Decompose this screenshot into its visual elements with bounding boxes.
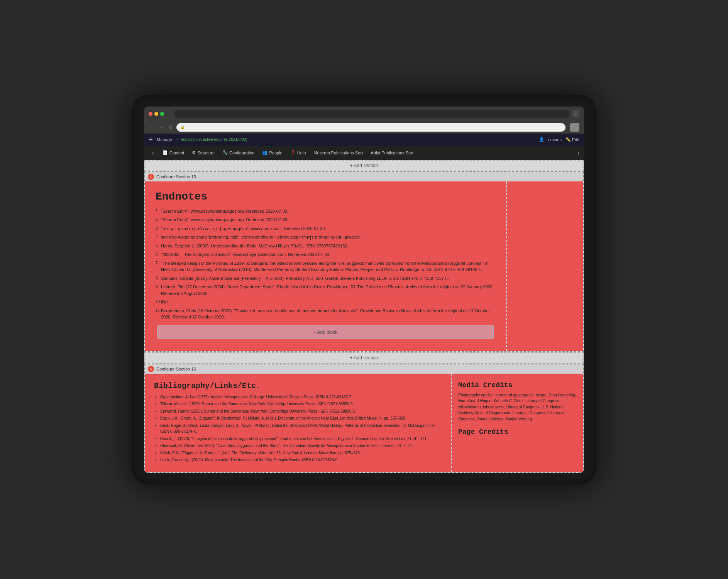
list-item: 6"MS 2063 – The Schoyen Collection". www… [156,251,495,258]
list-item: Killick, R.G. "Ziggurat". In Turner, J. … [160,450,442,456]
nav-home[interactable]: ⌂ [149,146,158,160]
ref-num: 7 [156,260,158,266]
list-item: Crawford, Harriet (1993). Sumer and the … [160,408,442,415]
ref-num: 1 [156,208,158,214]
list-item: 8Samuels, Charlie (2010). Ancient Scienc… [156,275,495,282]
traffic-lights [149,112,164,116]
configuration-icon: 🔧 [222,150,228,155]
minimize-button[interactable] [154,112,158,116]
ref-num: 3 [156,225,158,231]
ref-num: 5 [156,243,158,249]
user-icon: 👤 [539,137,544,142]
close-button[interactable] [149,112,152,116]
extension-button[interactable] [570,123,579,132]
list-item: Chadwick, R. (November 1992). "Calendars… [160,443,442,449]
list-item: 11Bergenheim, Chris (16 October 2020). "… [156,308,495,320]
list-item: Beck, Roger B.; Black, Linda; Krieger, L… [160,423,442,435]
media-credits-text: Photography credits, in order of appeara… [458,392,577,422]
cms-user: 👤 cevans ✏️ Edit [539,137,579,142]
add-section-middle-link[interactable]: + Add section [350,355,378,361]
bibliography-list: Oppenheimer, A. Leo (1977). Ancient Meso… [154,394,442,463]
nav-configuration[interactable]: 🔧 Configuration [219,146,257,160]
add-section-top-link[interactable]: + Add section [350,163,378,168]
cms-topbar: ☰ Manage ✓ Subscription active (expires … [144,134,584,146]
nav-artist-pub-sort[interactable]: Artist Publications Sort [367,146,416,160]
page-credits-title: Page Credits [458,428,577,436]
section-15-content: Endnotes 1"Search Entry". www.assyrianla… [145,181,583,351]
structure-icon: ⚙ [192,150,196,155]
people-icon: 👥 [262,150,267,155]
section-16-content: Bibliography/Links/Etc. Oppenheimer, A. … [145,374,583,472]
section-16-close-button[interactable]: × [148,366,154,372]
url-bar[interactable]: 🔒 [176,123,565,132]
list-item: 9Lehnert, Tim (17 December 2004). "Apex … [156,284,495,296]
username-label: cevans [548,137,562,142]
refresh-button[interactable]: ↻ [167,124,174,131]
maximize-button[interactable] [160,112,164,116]
section-15-sidebar [506,181,583,351]
address-bar [175,110,569,118]
list-item: 10ibid. [156,299,495,305]
list-item: Tillison, Malachi (1993). Sumer and the … [160,401,442,407]
pencil-icon: ✏️ [565,137,571,142]
add-section-top-bar[interactable]: + Add section [144,160,584,171]
list-item: 2"Search Entry". www.assyrianlanguages.o… [156,217,495,223]
content-area: + Add section × Configure Section 15 End… [144,160,584,473]
list-item: 1"Search Entry". www.assyrianlanguages.o… [156,208,495,215]
section-15-main: Endnotes 1"Search Entry". www.assyrianla… [145,181,506,351]
check-icon: ✓ [176,137,179,142]
list-item: Busink, T. (1970). "L'origine et évoluti… [160,436,442,442]
media-credits-title: Media Credits [458,381,577,389]
nav-help[interactable]: ❓ Help [287,146,309,160]
ref-num: 6 [156,251,158,257]
sort-icon: ↕ [577,151,580,155]
section-15-close-button[interactable]: × [148,174,154,180]
content-icon: 📄 [163,150,168,155]
edit-button[interactable]: ✏️ Edit [565,137,579,142]
list-item: 4see also Akkadian zaqru 'protruding, hi… [156,234,495,240]
endnotes-list: 1"Search Entry". www.assyrianlanguages.o… [156,208,495,320]
list-item: 5Harris, Stephen L. (2002). Understandin… [156,243,495,249]
section-16-right: Media Credits Photography credits, in or… [452,374,583,472]
list-item: Black, J.A.; Green, A. "Ziggurat". In Bi… [160,415,442,422]
nav-right-icon: ↕ [577,151,580,155]
ref-num: 10 [156,299,160,305]
nav-people[interactable]: 👥 People [259,146,285,160]
list-item: Oppenheimer, A. Leo (1977). Ancient Meso… [160,394,442,400]
ref-num: 9 [156,284,158,290]
section-15-wrapper: × Configure Section 15 Endnotes 1"Search… [144,171,584,352]
subscription-badge: ✓ Subscription active (expires 2021/6/30… [176,137,247,142]
list-item: Leick, Gwendolyn (2002). Mesopotamia: Th… [160,457,442,463]
nav-structure[interactable]: ⚙ Structure [189,146,218,160]
home-icon: ⌂ [152,150,155,156]
forward-button[interactable]: › [158,124,165,131]
section-16-wrapper: × Configure Section 16 Bibliography/Link… [144,364,584,473]
section-15-configure-link[interactable]: Configure Section 15 [156,174,196,179]
ref-num: 8 [156,275,158,281]
back-button[interactable]: ‹ [149,124,156,131]
lock-icon: 🔒 [180,125,185,129]
add-block-bar[interactable]: + Add block [157,325,494,339]
section-16-left: Bibliography/Links/Etc. Oppenheimer, A. … [145,374,452,472]
section-15-config-bar: × Configure Section 15 [145,172,583,181]
bibliography-title: Bibliography/Links/Etc. [154,381,442,390]
section-16-config-bar: × Configure Section 16 [145,364,583,374]
ref-num: 2 [156,217,158,222]
manage-label[interactable]: Manage [157,137,172,142]
help-icon: ❓ [290,150,296,155]
hamburger-icon[interactable]: ☰ [149,137,153,142]
nav-content[interactable]: 📄 Content [159,146,188,160]
ref-num: 11 [156,308,160,313]
main-nav: ⌂ 📄 Content ⚙ Structure 🔧 Configuration … [144,146,584,160]
list-item: 7"The stepped design of the Pyramid of Z… [156,260,495,273]
nav-museum-pub-sort[interactable]: Museum Publications Sort [310,146,366,160]
add-block-link[interactable]: + Add block [313,330,337,335]
section-16-configure-link[interactable]: Configure Section 16 [156,367,196,371]
ref-num: 4 [156,234,158,240]
list-item: 3"מילון מורפיקס | זקר באנגלית | חרש זקר … [156,225,495,232]
endnotes-title: Endnotes [156,191,495,203]
add-section-middle-bar[interactable]: + Add section [144,352,584,364]
new-tab-button[interactable]: + [572,110,579,117]
